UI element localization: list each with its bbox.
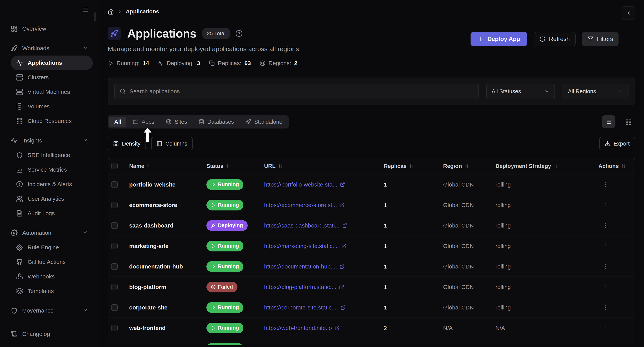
sidebar-scrollbar-thumb[interactable] — [94, 12, 96, 21]
sidebar-item-rule-engine[interactable]: Rule Engine — [11, 240, 93, 255]
tab-apps[interactable]: Apps — [128, 117, 159, 127]
row-actions-button[interactable] — [601, 180, 611, 189]
sidebar-item-automation[interactable]: Automation — [5, 226, 93, 240]
app-name: ecommerce-store — [123, 202, 204, 208]
row-checkbox[interactable] — [111, 181, 118, 188]
columns-button[interactable]: Columns — [151, 137, 192, 150]
sidebar-item-templates[interactable]: Templates — [11, 284, 93, 298]
header-more-button[interactable] — [625, 34, 635, 44]
help-icon[interactable] — [235, 30, 243, 37]
sidebar-toggle-button[interactable] — [80, 4, 91, 15]
app-url-link[interactable]: https://web-frontend.nife.io — [264, 325, 340, 331]
grid-view-button[interactable] — [622, 115, 635, 128]
column-header-name[interactable]: Name — [123, 163, 204, 169]
row-checkbox[interactable] — [111, 345, 118, 346]
app-url-link[interactable]: https://blog-platform.static.... — [264, 284, 344, 290]
sidebar-item-label: User Analytics — [28, 196, 64, 202]
app-url-link[interactable]: https://saas-dashboard.stati... — [264, 222, 347, 229]
stat-label: Running: — [116, 60, 140, 66]
column-header-status[interactable]: Status — [204, 163, 261, 169]
status-select[interactable]: All Statuses — [486, 84, 555, 99]
region-select[interactable]: All Regions — [562, 84, 628, 99]
app-url-link[interactable]: https://ecommerce-store.st... — [264, 202, 344, 208]
tab-all[interactable]: All — [109, 117, 126, 127]
plus-icon — [478, 36, 484, 42]
sidebar-item-governance[interactable]: Governance — [5, 303, 93, 318]
row-checkbox[interactable] — [111, 243, 118, 249]
sidebar-item-user-analytics[interactable]: User Analytics — [11, 192, 93, 206]
app-url-link[interactable]: https://api-gateway.nife.io — [264, 345, 336, 346]
column-header-replicas[interactable]: Replicas — [382, 163, 439, 169]
app-url-link[interactable]: https://corporate-site.static.... — [264, 304, 346, 311]
row-checkbox[interactable] — [111, 284, 118, 290]
sidebar-item-service-metrics[interactable]: Service Metrics — [11, 162, 93, 177]
home-icon[interactable] — [108, 8, 114, 15]
column-header-region[interactable]: Region — [439, 163, 492, 169]
collapse-panel-button[interactable] — [622, 6, 635, 20]
sidebar-item-workloads[interactable]: Workloads — [5, 41, 93, 55]
status-badge: Running — [206, 261, 244, 272]
shield-icon — [11, 307, 18, 314]
row-actions-button[interactable] — [601, 241, 611, 251]
sidebar-item-changelog[interactable]: Changelog — [11, 331, 50, 338]
sidebar-item-audit-logs[interactable]: Audit Logs — [11, 206, 93, 221]
status-badge: Running — [206, 323, 244, 334]
sidebar-item-overview[interactable]: Overview — [5, 21, 93, 36]
row-actions-button[interactable] — [601, 282, 611, 292]
app-url-link[interactable]: https://marketing-site.static.... — [264, 243, 346, 249]
list-view-button[interactable] — [602, 115, 615, 128]
play-icon — [211, 182, 216, 187]
app-name: api-gateway — [123, 345, 204, 346]
tab-sites[interactable]: Sites — [161, 117, 192, 127]
app-url-link[interactable]: https://portfolio-website.sta... — [264, 181, 345, 188]
server-icon — [16, 88, 23, 95]
tab-label: Databases — [208, 119, 234, 125]
column-header-url[interactable]: URL — [261, 163, 382, 169]
filters-button[interactable]: Filters — [582, 32, 618, 46]
sidebar-item-label: SRE Intelligence — [28, 152, 70, 158]
export-button[interactable]: Export — [599, 137, 635, 150]
chevron-down-icon — [618, 89, 623, 94]
sidebar-item-cloud-resources[interactable]: Cloud Resources — [11, 114, 93, 128]
tab-standalone[interactable]: Standalone — [240, 117, 287, 127]
tab-databases[interactable]: Databases — [194, 117, 239, 127]
breadcrumb-current: Applications — [126, 8, 159, 15]
globe-icon — [260, 60, 266, 66]
row-checkbox[interactable] — [111, 325, 118, 331]
replicas-value: 1 — [382, 243, 439, 249]
row-actions-button[interactable] — [601, 344, 611, 346]
sidebar-item-organizations[interactable]: Organizations — [11, 318, 93, 321]
row-checkbox[interactable] — [111, 202, 118, 208]
sidebar-item-webhooks[interactable]: Webhooks — [11, 269, 93, 284]
sidebar-item-applications[interactable]: Applications — [11, 55, 93, 70]
row-checkbox[interactable] — [111, 304, 118, 311]
strategy-value: rolling — [492, 284, 593, 290]
row-actions-button[interactable] — [601, 303, 611, 312]
row-actions-button[interactable] — [601, 262, 611, 271]
sidebar-item-github-actions[interactable]: GitHub Actions — [11, 255, 93, 269]
search-icon — [120, 88, 126, 94]
row-checkbox[interactable] — [111, 263, 118, 270]
density-button[interactable]: Density — [108, 137, 146, 150]
sidebar-item-clusters[interactable]: Clusters — [11, 70, 93, 85]
sidebar-item-sre-intelligence[interactable]: SRE Intelligence — [11, 148, 93, 162]
deploy-app-button[interactable]: Deploy App — [470, 32, 527, 46]
sidebar-item-volumes[interactable]: Volumes — [11, 99, 93, 114]
row-actions-button[interactable] — [601, 200, 611, 210]
sidebar-item-insights[interactable]: Insights — [5, 133, 93, 148]
rocket-icon — [245, 119, 251, 125]
more-vertical-icon — [626, 36, 634, 42]
stat-label: Deploying: — [166, 60, 194, 66]
region-value: Global CDN — [439, 263, 492, 270]
sidebar-item-incidents-alerts[interactable]: Incidents & Alerts — [11, 177, 93, 192]
column-header-deployment-strategy[interactable]: Deployment Strategy — [492, 163, 593, 169]
column-header-actions[interactable]: Actions — [593, 163, 634, 169]
row-actions-button[interactable] — [601, 221, 611, 230]
search-input[interactable] — [130, 88, 473, 95]
refresh-button[interactable]: Refresh — [534, 32, 576, 46]
select-all-checkbox[interactable] — [111, 163, 118, 169]
row-actions-button[interactable] — [601, 323, 611, 333]
row-checkbox[interactable] — [111, 222, 118, 229]
sidebar-item-virtual-machines[interactable]: Virtual Machines — [11, 85, 93, 99]
app-url-link[interactable]: https://documentation-hub.... — [264, 263, 344, 270]
